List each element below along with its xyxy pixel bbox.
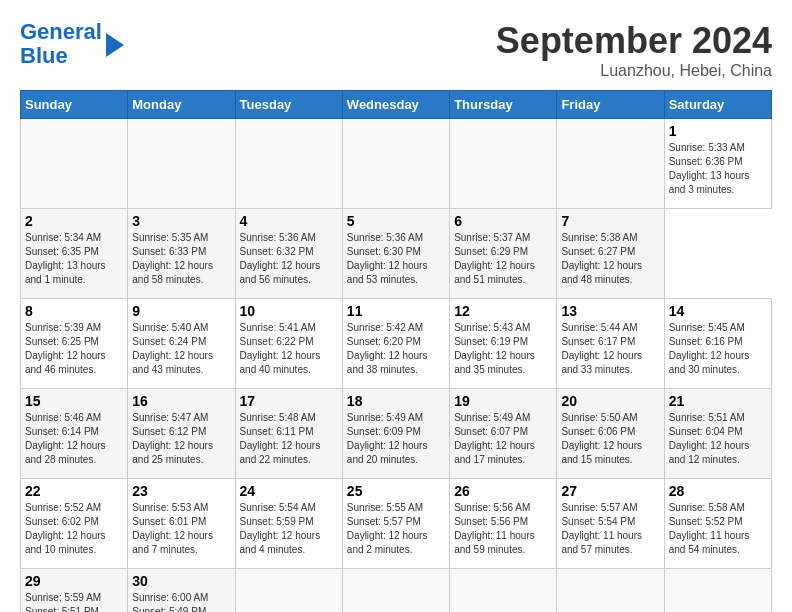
- header-sunday: Sunday: [21, 91, 128, 119]
- day-number: 1: [669, 123, 767, 139]
- day-cell: 17 Sunrise: 5:48 AMSunset: 6:11 PMDaylig…: [235, 389, 342, 479]
- month-title: September 2024: [496, 20, 772, 62]
- empty-cell: [664, 569, 771, 613]
- day-info: Sunrise: 5:47 AMSunset: 6:12 PMDaylight:…: [132, 411, 230, 467]
- day-cell: 7 Sunrise: 5:38 AMSunset: 6:27 PMDayligh…: [557, 209, 664, 299]
- day-info: Sunrise: 5:54 AMSunset: 5:59 PMDaylight:…: [240, 501, 338, 557]
- day-number: 12: [454, 303, 552, 319]
- day-number: 7: [561, 213, 659, 229]
- empty-cell: [557, 119, 664, 209]
- day-cell: 3 Sunrise: 5:35 AMSunset: 6:33 PMDayligh…: [128, 209, 235, 299]
- day-number: 18: [347, 393, 445, 409]
- header-wednesday: Wednesday: [342, 91, 449, 119]
- day-cell: 25 Sunrise: 5:55 AMSunset: 5:57 PMDaylig…: [342, 479, 449, 569]
- day-cell: 1 Sunrise: 5:33 AMSunset: 6:36 PMDayligh…: [664, 119, 771, 209]
- day-cell: 21 Sunrise: 5:51 AMSunset: 6:04 PMDaylig…: [664, 389, 771, 479]
- empty-cell: [235, 569, 342, 613]
- day-number: 24: [240, 483, 338, 499]
- day-number: 14: [669, 303, 767, 319]
- day-cell: 19 Sunrise: 5:49 AMSunset: 6:07 PMDaylig…: [450, 389, 557, 479]
- day-info: Sunrise: 5:52 AMSunset: 6:02 PMDaylight:…: [25, 501, 123, 557]
- day-info: Sunrise: 5:45 AMSunset: 6:16 PMDaylight:…: [669, 321, 767, 377]
- day-info: Sunrise: 5:37 AMSunset: 6:29 PMDaylight:…: [454, 231, 552, 287]
- day-number: 10: [240, 303, 338, 319]
- day-cell: 18 Sunrise: 5:49 AMSunset: 6:09 PMDaylig…: [342, 389, 449, 479]
- day-info: Sunrise: 5:36 AMSunset: 6:32 PMDaylight:…: [240, 231, 338, 287]
- day-number: 9: [132, 303, 230, 319]
- day-info: Sunrise: 5:43 AMSunset: 6:19 PMDaylight:…: [454, 321, 552, 377]
- empty-cell: [21, 119, 128, 209]
- day-cell: 13 Sunrise: 5:44 AMSunset: 6:17 PMDaylig…: [557, 299, 664, 389]
- day-number: 20: [561, 393, 659, 409]
- calendar-week-row: 29 Sunrise: 5:59 AMSunset: 5:51 PMDaylig…: [21, 569, 772, 613]
- day-number: 22: [25, 483, 123, 499]
- empty-cell: [342, 119, 449, 209]
- empty-cell: [450, 119, 557, 209]
- day-number: 2: [25, 213, 123, 229]
- day-cell: 8 Sunrise: 5:39 AMSunset: 6:25 PMDayligh…: [21, 299, 128, 389]
- empty-cell: [235, 119, 342, 209]
- day-number: 5: [347, 213, 445, 229]
- day-number: 19: [454, 393, 552, 409]
- day-cell: 6 Sunrise: 5:37 AMSunset: 6:29 PMDayligh…: [450, 209, 557, 299]
- day-info: Sunrise: 5:51 AMSunset: 6:04 PMDaylight:…: [669, 411, 767, 467]
- day-cell: 27 Sunrise: 5:57 AMSunset: 5:54 PMDaylig…: [557, 479, 664, 569]
- calendar-table: SundayMondayTuesdayWednesdayThursdayFrid…: [20, 90, 772, 612]
- day-cell: 24 Sunrise: 5:54 AMSunset: 5:59 PMDaylig…: [235, 479, 342, 569]
- day-cell: 29 Sunrise: 5:59 AMSunset: 5:51 PMDaylig…: [21, 569, 128, 613]
- day-info: Sunrise: 5:57 AMSunset: 5:54 PMDaylight:…: [561, 501, 659, 557]
- day-info: Sunrise: 5:56 AMSunset: 5:56 PMDaylight:…: [454, 501, 552, 557]
- empty-cell: [128, 119, 235, 209]
- day-info: Sunrise: 5:40 AMSunset: 6:24 PMDaylight:…: [132, 321, 230, 377]
- header-saturday: Saturday: [664, 91, 771, 119]
- day-cell: 4 Sunrise: 5:36 AMSunset: 6:32 PMDayligh…: [235, 209, 342, 299]
- day-number: 11: [347, 303, 445, 319]
- day-info: Sunrise: 5:55 AMSunset: 5:57 PMDaylight:…: [347, 501, 445, 557]
- day-info: Sunrise: 5:38 AMSunset: 6:27 PMDaylight:…: [561, 231, 659, 287]
- day-info: Sunrise: 5:36 AMSunset: 6:30 PMDaylight:…: [347, 231, 445, 287]
- day-number: 25: [347, 483, 445, 499]
- day-cell: 10 Sunrise: 5:41 AMSunset: 6:22 PMDaylig…: [235, 299, 342, 389]
- day-number: 15: [25, 393, 123, 409]
- day-cell: 26 Sunrise: 5:56 AMSunset: 5:56 PMDaylig…: [450, 479, 557, 569]
- day-info: Sunrise: 5:44 AMSunset: 6:17 PMDaylight:…: [561, 321, 659, 377]
- day-info: Sunrise: 5:35 AMSunset: 6:33 PMDaylight:…: [132, 231, 230, 287]
- empty-cell: [557, 569, 664, 613]
- empty-cell: [342, 569, 449, 613]
- day-cell: 16 Sunrise: 5:47 AMSunset: 6:12 PMDaylig…: [128, 389, 235, 479]
- day-info: Sunrise: 5:58 AMSunset: 5:52 PMDaylight:…: [669, 501, 767, 557]
- calendar-week-row: 15 Sunrise: 5:46 AMSunset: 6:14 PMDaylig…: [21, 389, 772, 479]
- day-info: Sunrise: 5:33 AMSunset: 6:36 PMDaylight:…: [669, 141, 767, 197]
- day-number: 30: [132, 573, 230, 589]
- day-cell: 22 Sunrise: 5:52 AMSunset: 6:02 PMDaylig…: [21, 479, 128, 569]
- logo-general: General: [20, 19, 102, 44]
- day-number: 13: [561, 303, 659, 319]
- header-tuesday: Tuesday: [235, 91, 342, 119]
- logo: General Blue: [20, 20, 124, 68]
- logo-blue: Blue: [20, 43, 68, 68]
- day-info: Sunrise: 5:34 AMSunset: 6:35 PMDaylight:…: [25, 231, 123, 287]
- day-info: Sunrise: 5:49 AMSunset: 6:09 PMDaylight:…: [347, 411, 445, 467]
- day-number: 4: [240, 213, 338, 229]
- header-friday: Friday: [557, 91, 664, 119]
- day-info: Sunrise: 5:39 AMSunset: 6:25 PMDaylight:…: [25, 321, 123, 377]
- calendar-header-row: SundayMondayTuesdayWednesdayThursdayFrid…: [21, 91, 772, 119]
- day-cell: 9 Sunrise: 5:40 AMSunset: 6:24 PMDayligh…: [128, 299, 235, 389]
- day-cell: 2 Sunrise: 5:34 AMSunset: 6:35 PMDayligh…: [21, 209, 128, 299]
- day-cell: 11 Sunrise: 5:42 AMSunset: 6:20 PMDaylig…: [342, 299, 449, 389]
- day-number: 3: [132, 213, 230, 229]
- calendar-week-row: 8 Sunrise: 5:39 AMSunset: 6:25 PMDayligh…: [21, 299, 772, 389]
- title-block: September 2024 Luanzhou, Hebei, China: [496, 20, 772, 80]
- day-info: Sunrise: 5:50 AMSunset: 6:06 PMDaylight:…: [561, 411, 659, 467]
- day-number: 23: [132, 483, 230, 499]
- calendar-week-row: 22 Sunrise: 5:52 AMSunset: 6:02 PMDaylig…: [21, 479, 772, 569]
- day-number: 21: [669, 393, 767, 409]
- day-number: 16: [132, 393, 230, 409]
- day-cell: 20 Sunrise: 5:50 AMSunset: 6:06 PMDaylig…: [557, 389, 664, 479]
- day-cell: 15 Sunrise: 5:46 AMSunset: 6:14 PMDaylig…: [21, 389, 128, 479]
- day-info: Sunrise: 6:00 AMSunset: 5:49 PMDaylight:…: [132, 591, 230, 612]
- day-cell: 12 Sunrise: 5:43 AMSunset: 6:19 PMDaylig…: [450, 299, 557, 389]
- empty-cell: [450, 569, 557, 613]
- day-info: Sunrise: 5:46 AMSunset: 6:14 PMDaylight:…: [25, 411, 123, 467]
- day-number: 6: [454, 213, 552, 229]
